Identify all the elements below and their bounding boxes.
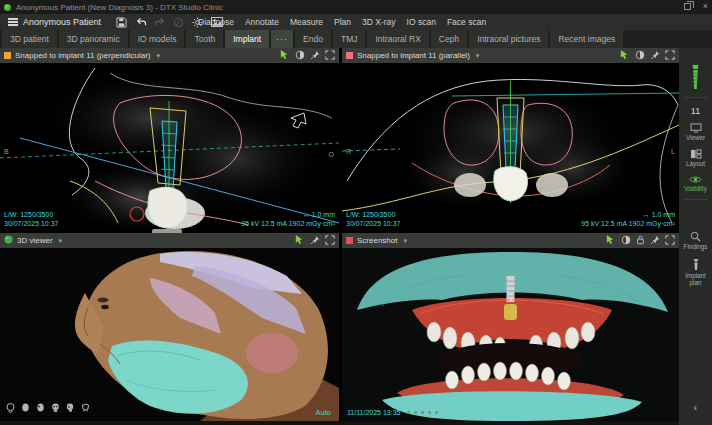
image-info-overlay: L/W: 1250/3500 30/07/2025 10:37 xyxy=(346,210,401,228)
tab-tooth[interactable]: Tooth xyxy=(186,30,223,48)
save-icon[interactable] xyxy=(115,16,128,29)
tab-intraoral-pictures[interactable]: Intraoral pictures xyxy=(469,30,548,48)
menu-3d-xray[interactable]: 3D X-ray xyxy=(362,17,396,27)
fullscreen-icon[interactable] xyxy=(325,235,335,247)
sidebar-divider xyxy=(684,97,708,98)
sidebar-item-visibility[interactable]: Visibility xyxy=(679,171,712,196)
lock-icon[interactable] xyxy=(636,235,645,247)
patient-menu-button[interactable]: Anonymous Patient xyxy=(0,14,109,30)
fullscreen-icon[interactable] xyxy=(665,50,675,62)
cursor-icon[interactable] xyxy=(605,234,616,247)
tooth-number[interactable]: 11 xyxy=(691,101,700,119)
implant-icon xyxy=(689,64,702,90)
pin-icon[interactable] xyxy=(650,235,660,247)
view-preset-right-icon[interactable] xyxy=(36,399,45,417)
scale-exposure-overlay: ↔ 1.0 mm 95 kV 12.5 mA 1902 mGy·cm² xyxy=(581,210,675,228)
sidebar-item-viewer[interactable]: Viewer xyxy=(679,119,712,145)
view-preset-toolbar xyxy=(6,399,90,417)
collapse-panel-chevron[interactable]: ‹ xyxy=(679,402,712,413)
scale-exposure-overlay: ↔ 1.0 mm 95 kV 12.5 mA 1902 mGy·cm² xyxy=(241,210,335,228)
tab-more-options[interactable]: ··· xyxy=(271,30,293,48)
sidebar-item-findings[interactable]: Findings xyxy=(679,227,712,254)
view-preset-skull-side-icon[interactable] xyxy=(66,399,75,417)
view-preset-left-icon[interactable] xyxy=(21,399,30,417)
right-sidebar: 11 Viewer Layout Visibility Findings Imp… xyxy=(679,48,712,425)
viewport-title[interactable]: Snapped to implant 11 (perpendicular) xyxy=(15,51,151,60)
sidebar-implant-tool[interactable] xyxy=(679,48,712,94)
menu-diagnose[interactable]: Diagnose xyxy=(198,17,234,27)
tab-3d-patient[interactable]: 3D patient xyxy=(2,30,57,48)
image-info-overlay: L/W: 1250/3500 30/07/2025 10:37 xyxy=(4,210,59,228)
disabled-tool-icon[interactable] xyxy=(172,16,185,29)
viewport-title[interactable]: Snapped to implant 11 (parallel) xyxy=(357,51,470,60)
chevron-down-icon[interactable]: ▾ xyxy=(59,237,63,245)
viewport-header: Snapped to implant 11 (parallel) ▾ xyxy=(342,48,679,63)
sidebar-item-layout[interactable]: Layout xyxy=(679,145,712,171)
cursor-icon[interactable] xyxy=(279,49,290,62)
contrast-icon[interactable] xyxy=(635,50,645,62)
workspace-tabbar: 3D patient 3D panoramic IO models Tooth … xyxy=(0,30,712,48)
cursor-icon[interactable] xyxy=(619,49,630,62)
auto-clipping-label[interactable]: Auto xyxy=(316,408,331,417)
window-title: Anonymous Patient (New Diagnosis 3) - DT… xyxy=(16,3,223,12)
tab-implant[interactable]: Implant xyxy=(225,30,269,48)
screenshot-timestamp: 11/11/2025 13:35 xyxy=(347,408,438,417)
sidebar-item-implant-plan[interactable]: Implant plan xyxy=(679,254,712,290)
cursor-icon[interactable] xyxy=(294,234,305,247)
window-titlebar: Anonymous Patient (New Diagnosis 3) - DT… xyxy=(0,0,712,14)
menu-measure[interactable]: Measure xyxy=(290,17,323,27)
cross-section-image[interactable] xyxy=(0,63,339,231)
fullscreen-icon[interactable] xyxy=(325,50,335,62)
view-preset-skull-icon[interactable] xyxy=(51,399,60,417)
scale-arrow-icon: ↔ xyxy=(303,211,310,218)
viewport-color-tag xyxy=(346,237,353,244)
chevron-down-icon[interactable]: ▾ xyxy=(476,52,480,60)
tab-tmj[interactable]: TMJ xyxy=(333,30,366,48)
viewport-cross-section-perpendicular[interactable]: Snapped to implant 11 (perpendicular) ▾ xyxy=(0,48,339,231)
tab-ceph[interactable]: Ceph xyxy=(431,30,467,48)
menu-io-scan[interactable]: IO scan xyxy=(407,17,436,27)
tab-3d-panoramic[interactable]: 3D panoramic xyxy=(59,30,128,48)
menubar: Anonymous Patient Diagnose Annotate Meas… xyxy=(0,14,712,30)
cross-section-image[interactable] xyxy=(342,63,679,231)
menu-plan[interactable]: Plan xyxy=(334,17,351,27)
chevron-down-icon[interactable]: ▾ xyxy=(157,52,161,60)
contrast-icon[interactable] xyxy=(295,50,305,62)
viewport-header: Snapped to implant 11 (perpendicular) ▾ xyxy=(0,48,339,63)
pin-icon[interactable] xyxy=(650,50,660,62)
tab-endo[interactable]: Endo xyxy=(295,30,331,48)
bottom-strip xyxy=(0,421,679,425)
layout-icon xyxy=(690,149,702,159)
view-preset-front-icon[interactable] xyxy=(6,399,15,417)
menu-face-scan[interactable]: Face scan xyxy=(447,17,486,27)
restore-window-icon[interactable] xyxy=(684,3,691,10)
tab-recent-images[interactable]: Recent images xyxy=(550,30,623,48)
viewport-title[interactable]: Screenshot xyxy=(357,236,397,245)
chevron-down-icon[interactable]: ▾ xyxy=(403,237,407,245)
contrast-icon[interactable] xyxy=(621,235,631,247)
viewport-cross-section-parallel[interactable]: Snapped to implant 11 (parallel) ▾ xyxy=(342,48,679,231)
viewport-header: 3D viewer ▾ xyxy=(0,233,339,248)
findings-icon xyxy=(690,231,701,242)
pin-icon[interactable] xyxy=(310,50,320,62)
close-window-icon[interactable]: × xyxy=(703,2,708,11)
hamburger-icon xyxy=(8,17,18,28)
viewport-title[interactable]: 3D viewer xyxy=(17,236,53,245)
viewport-3d-viewer[interactable]: 3D viewer ▾ xyxy=(0,233,339,421)
jaws-3d-render[interactable] xyxy=(342,248,679,421)
screenshot-mini-icons[interactable] xyxy=(407,411,438,414)
viewport-header: Screenshot ▾ xyxy=(342,233,679,248)
patient-name: Anonymous Patient xyxy=(23,17,101,27)
orientation-label-right: L xyxy=(671,148,675,155)
pin-icon[interactable] xyxy=(310,235,320,247)
menu-annotate[interactable]: Annotate xyxy=(245,17,279,27)
implant-plan-icon xyxy=(692,258,700,271)
redo-icon[interactable] xyxy=(153,16,166,29)
undo-icon[interactable] xyxy=(134,16,147,29)
tab-intraoral-rx[interactable]: Intraoral RX xyxy=(367,30,428,48)
viewport-screenshot[interactable]: Screenshot ▾ xyxy=(342,233,679,421)
view-preset-jaw-icon[interactable] xyxy=(81,399,90,417)
fullscreen-icon[interactable] xyxy=(665,235,675,247)
tab-io-models[interactable]: IO models xyxy=(130,30,185,48)
face-3d-render[interactable] xyxy=(0,248,339,421)
